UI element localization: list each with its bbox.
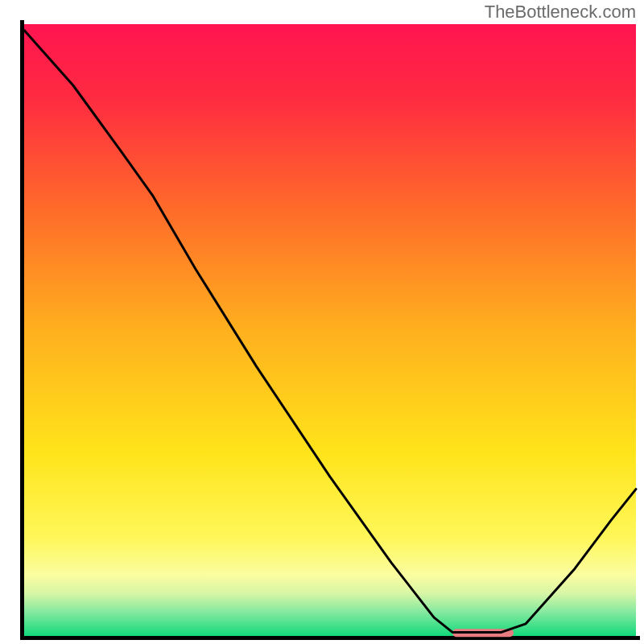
chart-frame: TheBottleneck.com: [0, 0, 644, 644]
plot-background: [24, 24, 636, 636]
bottleneck-chart: [0, 0, 644, 644]
